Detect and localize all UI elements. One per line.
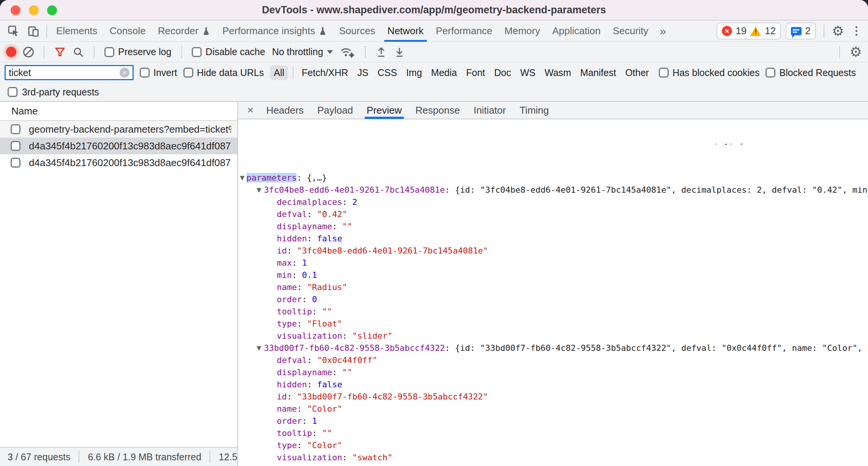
tab-recorder[interactable]: Recorder [152, 21, 216, 42]
name-column-header[interactable]: Name [0, 102, 237, 121]
type-filter-css[interactable]: CSS [374, 65, 401, 80]
errors-warnings-badge[interactable]: × 19 ! 12 [716, 22, 781, 40]
json-tree-line[interactable]: sessionId: "5578698d-b514-466d-b90e-1abd… [238, 464, 868, 466]
json-tree-line[interactable]: hidden: false [238, 379, 868, 391]
close-detail-icon[interactable]: × [241, 104, 259, 116]
type-filter-ws[interactable]: WS [516, 65, 539, 80]
json-tree-line[interactable]: defval: "0.42" [238, 208, 868, 220]
json-tree-line[interactable]: id: "33bd00f7-fb60-4c82-9558-3b5abccf432… [238, 391, 868, 403]
tab-elements[interactable]: Elements [50, 21, 103, 42]
detail-tab-timing[interactable]: Timing [519, 101, 549, 119]
json-tree-line[interactable]: hidden: false [238, 233, 868, 245]
tab-performance[interactable]: Performance [430, 21, 499, 42]
type-filter-doc[interactable]: Doc [490, 65, 514, 80]
json-tree-line[interactable]: max: 1 [238, 257, 868, 269]
tab-performance-insights[interactable]: Performance insights [216, 21, 333, 42]
request-checkbox[interactable] [11, 124, 21, 134]
checkbox[interactable] [104, 47, 114, 57]
close-window-button[interactable] [11, 5, 21, 15]
clear-network-log-icon[interactable] [23, 47, 34, 57]
collapse-icon[interactable]: ▼ [255, 184, 263, 196]
json-tree-line[interactable]: decimalplaces: 2 [238, 196, 868, 208]
checkbox[interactable] [140, 68, 150, 78]
checkbox[interactable] [765, 68, 775, 78]
network-conditions-icon[interactable] [340, 46, 355, 58]
clear-filter-icon[interactable]: × [120, 68, 129, 78]
request-row[interactable]: d4a345f4b21760200f13c983d8aec9f641df0875… [0, 154, 237, 171]
json-tree-line[interactable]: order: 1 [238, 415, 868, 427]
zoom-window-button[interactable] [47, 5, 57, 15]
json-tree-line[interactable]: ▼3fc04be8-edd6-4e01-9261-7bc145a4081e: {… [238, 184, 868, 196]
blocked-requests-checkbox[interactable]: Blocked Requests [765, 67, 856, 78]
type-filter-all[interactable]: All [270, 65, 288, 80]
json-tree-line[interactable]: visualization: "slider" [238, 330, 868, 342]
record-network-log-button[interactable] [6, 47, 16, 57]
export-har-icon[interactable] [394, 46, 405, 58]
issues-badge[interactable]: 2 [786, 22, 816, 40]
collapse-icon[interactable]: ▼ [238, 172, 246, 184]
json-tree-line[interactable]: displayname: "" [238, 220, 868, 233]
type-filter-manifest[interactable]: Manifest [576, 65, 620, 80]
json-tree-line[interactable]: visualization: "swatch" [238, 452, 868, 464]
tab-network[interactable]: Network [381, 21, 429, 42]
json-tree-line[interactable]: ▼33bd00f7-fb60-4c82-9558-3b5abccf4322: {… [238, 342, 868, 354]
json-tree-line[interactable]: tooltip: "" [238, 427, 868, 439]
tab-console[interactable]: Console [103, 21, 152, 42]
request-row-selected[interactable]: d4a345f4b21760200f13c983d8aec9f641df0875… [0, 138, 237, 154]
json-tree-line[interactable]: defval: "0x0c44f0ff" [238, 354, 868, 366]
more-options-menu-icon[interactable] [849, 26, 864, 36]
checkbox[interactable] [192, 47, 202, 57]
json-tree-line[interactable]: order: 0 [238, 293, 868, 306]
tab-sources[interactable]: Sources [333, 21, 381, 42]
checkbox[interactable] [659, 68, 669, 78]
checkbox[interactable] [183, 68, 193, 78]
json-tree-line[interactable]: name: "Color" [238, 403, 868, 415]
json-key: defval [277, 355, 307, 365]
json-tree-line[interactable]: min: 0.1 [238, 269, 868, 281]
inspect-element-icon[interactable] [4, 21, 24, 41]
tab-memory[interactable]: Memory [499, 21, 546, 42]
throttling-dropdown[interactable]: No throttling [272, 46, 333, 57]
settings-gear-icon[interactable]: ⚙ [832, 24, 844, 38]
json-tree-line[interactable]: ▼parameters: {,…} [238, 172, 868, 184]
minimize-window-button[interactable] [29, 5, 39, 15]
detail-tab-response[interactable]: Response [415, 101, 460, 119]
json-tree-line[interactable]: id: "3fc04be8-edd6-4e01-9261-7bc145a4081… [238, 245, 868, 257]
network-settings-gear-icon[interactable]: ⚙ [850, 45, 862, 59]
type-filter-img[interactable]: Img [402, 65, 426, 80]
filter-funnel-icon[interactable] [54, 46, 66, 58]
json-tree-line[interactable]: tooltip: "" [238, 306, 868, 318]
detail-tab-initiator[interactable]: Initiator [473, 101, 506, 119]
json-tree-line[interactable]: type: "Color" [238, 439, 868, 452]
detail-tab-payload[interactable]: Payload [317, 101, 353, 119]
preserve-log-checkbox[interactable]: Preserve log [104, 46, 171, 57]
third-party-requests-checkbox[interactable] [8, 87, 17, 97]
tab-security[interactable]: Security [607, 21, 655, 42]
invert-checkbox[interactable]: Invert [140, 67, 177, 78]
collapse-icon[interactable]: ▼ [255, 342, 263, 354]
disable-cache-checkbox[interactable]: Disable cache [192, 46, 265, 57]
json-tree-line[interactable]: displayname: "" [238, 366, 868, 379]
type-filter-other[interactable]: Other [622, 65, 653, 80]
import-har-icon[interactable] [376, 46, 387, 58]
filter-input[interactable] [9, 67, 120, 78]
detail-tab-preview[interactable]: Preview [367, 101, 402, 119]
type-filter-js[interactable]: JS [354, 65, 372, 80]
more-tabs-button[interactable]: » [655, 25, 672, 38]
search-icon[interactable] [73, 46, 84, 58]
tab-application[interactable]: Application [546, 21, 606, 42]
type-filter-fetch-xhr[interactable]: Fetch/XHR [298, 65, 352, 80]
type-filter-wasm[interactable]: Wasm [541, 65, 575, 80]
request-row[interactable]: geometry-backend-parameters?embed=ticket… [0, 121, 237, 138]
json-tree-line[interactable]: type: "Float" [238, 318, 868, 330]
type-filter-media[interactable]: Media [427, 65, 461, 80]
device-toolbar-icon[interactable] [24, 21, 43, 41]
json-tree-line[interactable]: name: "Radius" [238, 281, 868, 293]
json-preview-pane[interactable]: ”,…},…] ▼parameters: {,…}▼3fc04be8-edd6-… [238, 119, 868, 466]
request-checkbox[interactable] [11, 158, 21, 168]
has-blocked-cookies-checkbox[interactable]: Has blocked cookies [659, 67, 759, 78]
detail-tab-headers[interactable]: Headers [266, 101, 303, 119]
type-filter-font[interactable]: Font [462, 65, 489, 80]
hide-data-urls-checkbox[interactable]: Hide data URLs [183, 67, 264, 78]
request-checkbox[interactable] [11, 141, 21, 151]
